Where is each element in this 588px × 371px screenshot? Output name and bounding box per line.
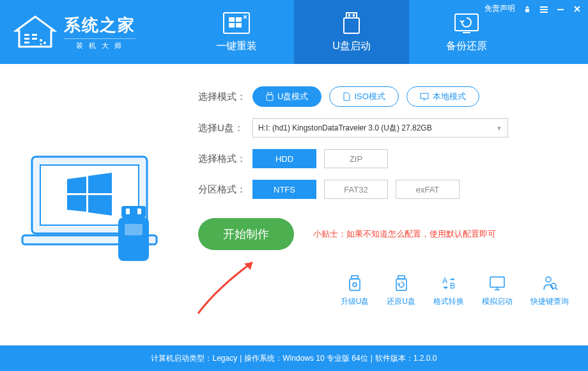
svg-rect-42 <box>490 277 504 287</box>
illustration-panel <box>0 64 179 345</box>
svg-rect-21 <box>540 12 548 13</box>
svg-rect-14 <box>344 18 359 33</box>
logo-text: 系统之家 装 机 大 师 <box>64 14 135 51</box>
window-controls: 免责声明 <box>484 3 582 14</box>
usb-row: 选择U盘： H:I: (hd1) KingstonDataTraveler 3.… <box>198 118 562 138</box>
svg-rect-33 <box>421 93 428 99</box>
logo-subtitle: 装 机 大 师 <box>64 38 135 51</box>
svg-rect-26 <box>121 206 146 217</box>
start-create-button[interactable]: 开始制作 <box>198 218 294 250</box>
svg-rect-31 <box>268 92 272 95</box>
close-button[interactable] <box>573 4 582 13</box>
iso-file-icon <box>343 92 350 101</box>
svg-rect-13 <box>346 13 357 18</box>
partition-exfat-button[interactable]: exFAT <box>396 180 460 199</box>
header-bar: 系统之家 装 机 大 师 一键重装 U盘启动 <box>0 0 588 64</box>
format-convert-icon: AB <box>440 274 458 292</box>
main-area: 选择模式： U盘模式 ISO模式 本地模式 选择U盘： H:I: (hd1) K… <box>0 64 588 345</box>
partition-ntfs-button[interactable]: NTFS <box>252 180 316 199</box>
svg-rect-36 <box>350 279 360 290</box>
start-row: 开始制作 小贴士：如果不知道怎么配置，使用默认配置即可 <box>198 218 562 250</box>
user-icon[interactable] <box>523 4 532 13</box>
logo-area: 系统之家 装 机 大 师 <box>0 14 179 51</box>
house-logo-icon <box>13 15 58 50</box>
svg-rect-17 <box>455 14 478 31</box>
tab-label: 一键重装 <box>216 40 257 53</box>
svg-text:A: A <box>442 276 447 285</box>
footer-version: 1.2.0.0 <box>414 354 437 363</box>
qa-hotkey-lookup[interactable]: 快捷键查询 <box>530 274 569 307</box>
tab-reinstall[interactable]: 一键重装 <box>179 0 294 64</box>
logo-title: 系统之家 <box>64 14 135 36</box>
qa-simulate-boot[interactable]: 模拟启动 <box>482 274 513 307</box>
laptop-usb-icon <box>16 141 163 269</box>
tab-usb-boot[interactable]: U盘启动 <box>294 0 409 64</box>
svg-rect-15 <box>348 14 350 17</box>
monitor-icon <box>488 274 506 292</box>
mode-usb-button[interactable]: U盘模式 <box>252 86 321 107</box>
qa-restore-usb[interactable]: 还原U盘 <box>387 274 415 307</box>
svg-rect-12 <box>236 23 242 28</box>
usb-label: 选择U盘： <box>198 122 252 134</box>
mode-local-button[interactable]: 本地模式 <box>406 86 479 107</box>
usb-boot-icon <box>337 12 366 35</box>
usb-restore-icon <box>392 274 410 292</box>
backup-restore-icon <box>453 12 481 35</box>
partition-fat32-button[interactable]: FAT32 <box>324 180 388 199</box>
partition-row: 分区格式： NTFS FAT32 exFAT <box>198 180 562 199</box>
svg-text:B: B <box>450 281 455 290</box>
status-footer: 计算机启动类型： Legacy | 操作系统： Windows 10 专业版 6… <box>0 345 588 371</box>
partition-label: 分区格式： <box>198 184 252 196</box>
svg-rect-22 <box>557 9 564 10</box>
footer-version-label: 软件版本： <box>375 353 414 364</box>
usb-select-dropdown[interactable]: H:I: (hd1) KingstonDataTraveler 3.0 (U盘)… <box>252 118 508 138</box>
svg-rect-3 <box>32 34 37 36</box>
qa-upgrade-usb[interactable]: 升级U盘 <box>341 274 369 307</box>
qa-format-convert[interactable]: AB 格式转换 <box>433 274 464 307</box>
svg-rect-19 <box>540 6 548 8</box>
footer-boot-type: Legacy <box>212 354 237 363</box>
tab-label: 备份还原 <box>446 40 487 53</box>
content-panel: 选择模式： U盘模式 ISO模式 本地模式 选择U盘： H:I: (hd1) K… <box>179 64 588 345</box>
svg-rect-39 <box>396 279 406 290</box>
mode-label: 选择模式： <box>198 91 252 103</box>
usb-upgrade-icon <box>346 274 364 292</box>
svg-rect-4 <box>32 38 37 40</box>
svg-line-47 <box>555 288 557 290</box>
svg-point-37 <box>353 283 357 287</box>
format-label: 选择格式： <box>198 153 252 165</box>
svg-rect-11 <box>229 23 235 28</box>
svg-rect-16 <box>353 14 355 17</box>
footer-os: Windows 10 专业版 64位 <box>282 353 368 364</box>
format-row: 选择格式： HDD ZIP <box>198 149 562 168</box>
mode-row: 选择模式： U盘模式 ISO模式 本地模式 <box>198 86 562 107</box>
chevron-down-icon: ▼ <box>496 125 502 132</box>
usb-small-icon <box>266 92 274 101</box>
svg-rect-30 <box>125 224 143 235</box>
svg-rect-29 <box>137 209 141 214</box>
svg-point-45 <box>546 277 551 282</box>
minimize-button[interactable] <box>556 4 565 13</box>
svg-rect-1 <box>24 38 29 40</box>
tip-text: 小贴士：如果不知道怎么配置，使用默认配置即可 <box>313 228 496 240</box>
svg-rect-28 <box>126 209 130 214</box>
windows-reinstall-icon <box>222 12 251 35</box>
menu-icon[interactable] <box>539 4 548 13</box>
mode-iso-button[interactable]: ISO模式 <box>329 86 398 107</box>
footer-os-label: 操作系统： <box>244 353 282 364</box>
svg-rect-0 <box>24 34 29 36</box>
format-zip-button[interactable]: ZIP <box>324 149 388 168</box>
svg-rect-10 <box>236 17 242 22</box>
usb-value: H:I: (hd1) KingstonDataTraveler 3.0 (U盘)… <box>258 123 432 134</box>
search-person-icon <box>541 274 559 292</box>
tab-label: U盘启动 <box>332 40 371 53</box>
format-hdd-button[interactable]: HDD <box>252 149 316 168</box>
quick-actions-bar: 升级U盘 还原U盘 AB 格式转换 模拟启动 快捷键查询 <box>341 274 569 307</box>
svg-rect-32 <box>267 95 273 100</box>
svg-rect-2 <box>24 42 29 43</box>
svg-point-6 <box>43 42 46 44</box>
disclaimer-link[interactable]: 免责声明 <box>484 3 515 14</box>
svg-point-7 <box>40 43 42 45</box>
svg-rect-20 <box>540 9 548 10</box>
svg-point-5 <box>40 39 42 42</box>
